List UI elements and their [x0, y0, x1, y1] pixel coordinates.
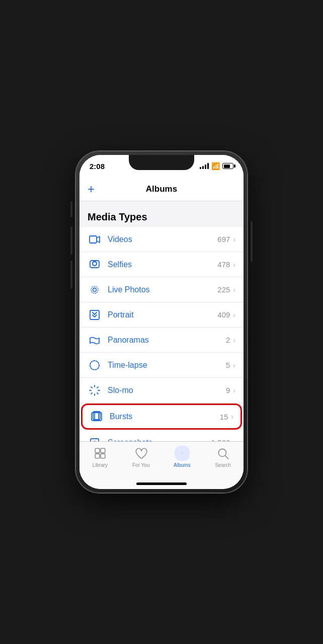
svg-rect-0 — [90, 236, 97, 243]
chevron-icon: › — [233, 286, 235, 294]
svg-line-14 — [97, 386, 98, 387]
list-item[interactable]: Screenshots 1,566 › — [79, 430, 244, 441]
item-count: 225 — [217, 285, 230, 294]
svg-rect-29 — [182, 453, 183, 453]
svg-rect-28 — [101, 454, 105, 458]
svg-line-12 — [91, 386, 92, 387]
status-time: 2:08 — [90, 162, 105, 171]
list-item[interactable]: Videos 697 › — [79, 227, 244, 252]
list-item[interactable]: Slo-mo 9 › — [79, 378, 244, 403]
list-item-bursts[interactable]: Bursts 15 › — [82, 404, 241, 429]
tab-label: For You — [132, 462, 149, 468]
albums-tab-icon — [175, 446, 190, 461]
item-count: 9 — [226, 386, 230, 394]
content-area: Media Types Videos 697 › Selfies — [79, 201, 244, 441]
for-you-tab-icon — [133, 446, 148, 461]
status-bar: 2:08 📶 — [79, 155, 244, 177]
tab-search[interactable]: Search — [203, 446, 244, 468]
chevron-icon: › — [233, 386, 235, 394]
list-item[interactable]: Live Photos 225 › — [79, 277, 244, 302]
item-count: 1,566 — [211, 438, 230, 441]
svg-point-20 — [93, 441, 96, 442]
item-label: Bursts — [110, 412, 220, 421]
svg-point-7 — [90, 361, 99, 370]
tab-bar: Library For You — [79, 441, 244, 482]
bursts-icon — [90, 410, 104, 424]
svg-point-32 — [219, 449, 226, 456]
portrait-icon — [88, 308, 102, 322]
item-count: 478 — [217, 260, 230, 269]
library-tab-icon — [93, 446, 108, 461]
svg-point-4 — [93, 262, 97, 266]
phone-frame: 2:08 📶 + Albums Media Types — [75, 151, 248, 493]
svg-point-5 — [93, 288, 97, 291]
tab-label: Albums — [174, 462, 190, 468]
panorama-icon — [88, 333, 102, 347]
list-item[interactable]: Panoramas 2 › — [79, 328, 244, 353]
item-label: Videos — [108, 235, 217, 244]
chevron-icon: › — [233, 261, 235, 269]
search-tab-icon — [215, 446, 230, 461]
video-icon — [88, 232, 102, 247]
item-label: Panoramas — [108, 336, 226, 345]
chevron-icon: › — [231, 413, 233, 421]
status-icons: 📶 — [200, 162, 233, 170]
chevron-icon: › — [233, 336, 235, 344]
nav-bar: + Albums — [79, 177, 244, 201]
svg-rect-26 — [101, 448, 105, 453]
list-item[interactable]: Portrait 409 › — [79, 302, 244, 328]
svg-line-15 — [91, 392, 92, 393]
live-photo-icon — [88, 283, 102, 297]
item-count: 5 — [226, 361, 230, 369]
nav-title: Albums — [146, 184, 177, 194]
tab-library[interactable]: Library — [79, 446, 121, 468]
svg-line-33 — [225, 456, 228, 459]
list-item[interactable]: Time-lapse 5 › — [79, 353, 244, 378]
add-button[interactable]: + — [88, 182, 95, 196]
tab-label: Search — [215, 462, 231, 468]
svg-rect-27 — [95, 454, 100, 458]
list-item[interactable]: Selfies 478 › — [79, 252, 244, 277]
home-indicator — [136, 482, 187, 485]
item-label: Selfies — [108, 260, 217, 269]
media-types-list: Videos 697 › Selfies 478 › — [79, 227, 244, 441]
signal-icon — [200, 163, 209, 169]
item-label: Screenshots — [108, 438, 211, 442]
item-label: Time-lapse — [108, 361, 226, 370]
svg-line-13 — [97, 392, 98, 393]
item-label: Slo-mo — [108, 386, 226, 395]
item-count: 15 — [220, 413, 228, 421]
phone-screen: 2:08 📶 + Albums Media Types — [79, 155, 244, 489]
chevron-icon: › — [233, 311, 235, 319]
timelapse-icon — [88, 358, 102, 372]
bottom-area: Library For You — [79, 441, 244, 489]
wifi-icon: 📶 — [211, 162, 220, 170]
item-count: 409 — [217, 310, 230, 319]
slomo-icon — [88, 383, 102, 397]
svg-point-6 — [91, 286, 98, 293]
chevron-icon: › — [233, 361, 235, 369]
item-label: Live Photos — [108, 285, 217, 294]
tab-albums[interactable]: Albums — [162, 446, 203, 468]
item-count: 697 — [217, 235, 230, 244]
tab-for-you[interactable]: For You — [121, 446, 162, 468]
svg-rect-25 — [95, 448, 100, 453]
svg-marker-1 — [97, 236, 100, 243]
tab-label: Library — [92, 462, 108, 468]
battery-icon — [222, 163, 233, 169]
section-header: Media Types — [79, 201, 244, 227]
screenshots-icon — [88, 436, 102, 442]
chevron-icon: › — [233, 439, 235, 442]
chevron-icon: › — [233, 235, 235, 244]
notch — [129, 155, 194, 170]
item-label: Portrait — [108, 310, 217, 319]
item-count: 2 — [226, 336, 230, 344]
selfie-icon — [88, 258, 102, 272]
